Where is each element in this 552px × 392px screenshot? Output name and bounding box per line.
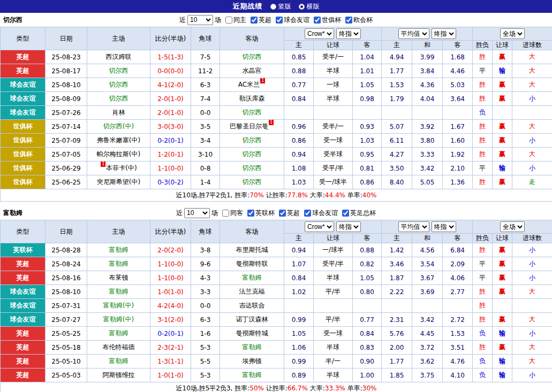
- checkbox-input[interactable]: [279, 210, 286, 217]
- summary-stat-label: 近10场,胜7平2负1, 胜率:: [176, 191, 250, 199]
- checkbox-input[interactable]: [314, 17, 321, 24]
- odds-value: 0.95: [353, 148, 382, 162]
- red-card-badge: 1: [101, 162, 105, 167]
- odds-value: 0.84: [353, 327, 382, 341]
- match-row: 英超25-05-10富勒姆1-3(1-1)5-5埃弗顿0.99半/一0.901.…: [1, 355, 552, 368]
- corners: 1-4: [191, 175, 220, 189]
- index-type-select-2[interactable]: 终指: [432, 28, 456, 39]
- filter-checkbox-球会友谊[interactable]: 球会友谊: [301, 209, 338, 218]
- odds-value: [382, 106, 412, 120]
- match-row: 英超25-08-16布莱顿1-1(0-0)4-3富勒姆0.84半球1.051.8…: [1, 271, 552, 285]
- view-option-竖版[interactable]: 竖版: [270, 2, 291, 11]
- odds-value: [353, 106, 382, 120]
- filter-checkbox-英超[interactable]: 英超: [276, 209, 300, 218]
- league-badge: 球会友谊: [1, 92, 46, 106]
- team-label: 布莱顿: [109, 274, 128, 281]
- checkbox-input[interactable]: [225, 17, 232, 24]
- result-handicap: 赢: [493, 120, 512, 134]
- filter-checkbox-欧会杯[interactable]: 欧会杯: [343, 16, 373, 25]
- sections-container: 切尔西近10场同主英超球会友谊世俱杯欧会杯类型日期主场比分(半场)角球客场Cro…: [0, 13, 552, 392]
- view-option-横版[interactable]: 横版: [299, 2, 320, 11]
- result-goals: 走: [512, 175, 552, 189]
- odds-value: 3.62: [412, 355, 443, 368]
- scope-select[interactable]: 全场: [500, 221, 525, 232]
- bookmaker-select[interactable]: Crow*: [305, 221, 334, 232]
- radio-icon: [270, 4, 276, 10]
- checkbox-input[interactable]: [304, 210, 311, 217]
- odds-value: 1.02: [284, 285, 314, 299]
- filter-near-label: 近: [179, 16, 186, 25]
- corners: 6-3: [191, 313, 220, 327]
- recent-count-select[interactable]: 10: [184, 208, 210, 218]
- odds-value: 0.83: [353, 341, 382, 355]
- recent-count-select[interactable]: 10: [187, 15, 213, 25]
- filter-checkbox-英联杯[interactable]: 英联杯: [245, 209, 275, 218]
- col-subheader: 和: [412, 41, 443, 50]
- summary-stat-value: 44.4%: [325, 191, 345, 199]
- odds-value: 5.03: [443, 78, 473, 92]
- average-select[interactable]: 平均值: [398, 221, 429, 232]
- odds-value: 0.94: [284, 148, 314, 162]
- average-select[interactable]: 平均值: [398, 28, 429, 39]
- bookmaker-select[interactable]: Crow*: [305, 28, 334, 39]
- summary-stat-label: 大率:: [308, 191, 325, 199]
- summary-stat-value: 50%: [249, 385, 264, 392]
- odds-value: 3.69: [412, 285, 443, 299]
- result-handicap: 赢: [493, 175, 512, 189]
- filter-checkbox-英足总杯[interactable]: 英足总杯: [339, 209, 376, 218]
- team-label: 肖林: [112, 109, 125, 116]
- filter-checkbox-世俱杯[interactable]: 世俱杯: [311, 16, 341, 25]
- checkbox-input[interactable]: [276, 17, 283, 24]
- result-wdl: 平: [473, 271, 493, 285]
- checkbox-input[interactable]: [222, 210, 229, 217]
- team-label: 富勒姆: [243, 371, 262, 379]
- odds-value: 3.67: [412, 271, 443, 285]
- result-wdl: 胜: [473, 78, 493, 92]
- team-label: 本菲卡(中): [106, 164, 137, 172]
- score: 0-2(0-1): [150, 327, 191, 341]
- away-team: 埃弗顿: [220, 355, 284, 368]
- col-subheader: 主: [382, 41, 412, 50]
- odds-value: [412, 106, 443, 120]
- odds-value: 3.64: [443, 92, 473, 106]
- result-wdl: 胜: [473, 243, 493, 257]
- checkbox-input[interactable]: [342, 210, 349, 217]
- result-wdl: 负: [473, 355, 493, 368]
- index-type-select-2[interactable]: 终指: [432, 221, 456, 232]
- summary-stat-label: 大率:: [308, 385, 325, 392]
- filter-checkbox-英超[interactable]: 英超: [248, 16, 271, 25]
- match-date: 25-05-10: [46, 355, 87, 368]
- league-badge: 球会友谊: [1, 285, 46, 299]
- result-handicap: 赢: [493, 148, 512, 162]
- checkbox-input[interactable]: [345, 17, 352, 24]
- index-type-select[interactable]: 终指: [336, 221, 361, 232]
- col-header: 主场: [87, 27, 150, 50]
- home-team: 富勒姆(中): [87, 313, 150, 327]
- team-label: 切尔西: [109, 81, 128, 88]
- filter-checkbox-球会友谊[interactable]: 球会友谊: [273, 16, 309, 25]
- odds-value: 3.92: [412, 120, 443, 134]
- odds-value: 0.86: [284, 134, 314, 148]
- view-switcher: 竖版横版: [270, 2, 320, 11]
- result-handicap: [493, 299, 512, 313]
- result-goals: [512, 299, 552, 313]
- odds-value: 3.99: [412, 50, 443, 64]
- away-team: 水晶宫: [220, 64, 284, 78]
- matches-table: 类型日期主场比分(半场)角球客场Crow*终指平均值终指全场主让球客主和客胜负让…: [0, 27, 552, 202]
- result-wdl: 胜: [473, 341, 493, 355]
- match-row: 世俱杯25-06-25突尼斯希望(中)0-3(0-2)1-4切尔西1.03受一/…: [1, 175, 552, 189]
- corners: 7-5: [191, 50, 220, 64]
- checkbox-input[interactable]: [247, 210, 254, 217]
- checkbox-input[interactable]: [251, 17, 258, 24]
- scope-select[interactable]: 全场: [500, 28, 525, 39]
- odds-value: 4.46: [443, 64, 473, 78]
- filter-checkbox-同客[interactable]: 同客: [220, 209, 243, 218]
- red-card-badge: 1: [269, 120, 274, 125]
- team-label: 切尔西: [243, 53, 262, 60]
- handicap-line: 一球: [314, 78, 353, 92]
- summary-text: 近10场,胜5平2负3, 胜率:50% 让胜率:66.7% 大率:33.3% 单…: [1, 382, 552, 392]
- index-type-select[interactable]: 终指: [336, 28, 361, 39]
- team-label: 布里斯托城: [236, 246, 268, 253]
- filter-checkbox-同主[interactable]: 同主: [223, 16, 246, 25]
- odds-value: 3.54: [412, 257, 443, 271]
